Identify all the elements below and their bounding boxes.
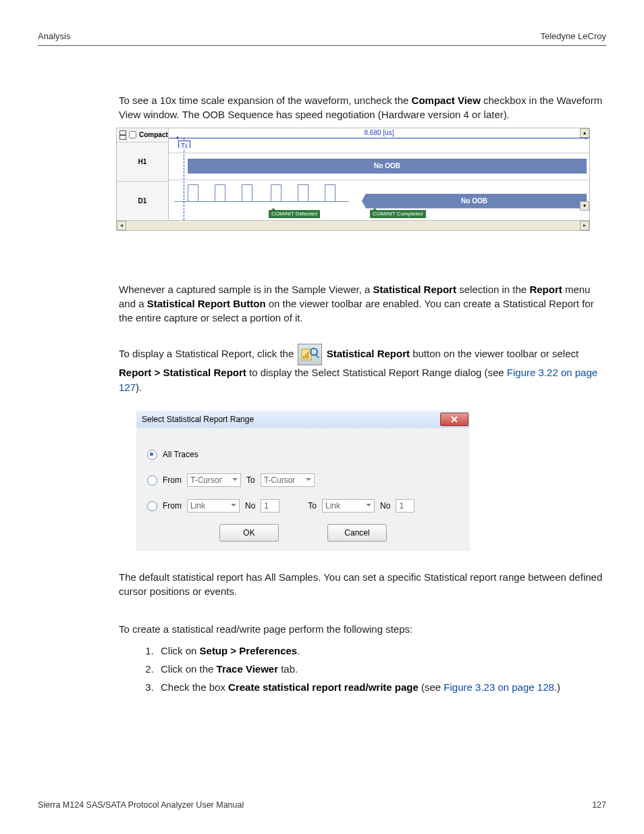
radio-all-traces-label: All Traces [163,450,198,459]
to-link-combo[interactable]: Link [322,499,375,513]
svg-rect-1 [303,356,304,359]
radio-from-cursor[interactable] [147,475,157,486]
event-cominit-completed: COMINIT Completed [370,210,426,218]
no-label-1: No [245,501,255,511]
step-3: Check the box Create statistical report … [157,678,606,696]
chevron-down-icon [232,478,238,484]
select-stat-report-range-dialog: Select Statistical Report Range All Trac… [136,411,470,551]
paragraph-display-stat-report: To display a Statistical Report, click t… [119,344,606,394]
chevron-down-icon [231,504,236,509]
steps-list: Click on Setup > Preferences. Click on t… [119,642,606,696]
scroll-right-icon[interactable]: ▸ [580,221,589,230]
from-no-input[interactable]: 1 [261,499,279,513]
waveform-screenshot: Compact H1 D1 8.680 [us] T₁ No OOB [116,128,590,231]
toggle-icon [119,130,126,140]
time-ruler [169,138,589,138]
lane-label-h1: H1 [117,142,168,182]
scroll-down-icon[interactable]: ▾ [580,201,589,211]
event-cominit-detected: COMINIT Detected [269,210,320,218]
to-label-1: To [246,475,255,485]
from-cursor-combo[interactable]: T-Cursor [187,473,241,487]
figure-link-3-23[interactable]: Figure 3.23 on page 128 [444,681,554,693]
step-1: Click on Setup > Preferences. [157,642,606,660]
chevron-down-icon [306,478,311,484]
scroll-left-icon[interactable]: ◂ [117,221,126,230]
compact-label: Compact [139,131,168,138]
dialog-title: Select Statistical Report Range [142,415,254,424]
radio-from-link[interactable] [147,501,157,511]
radio-all-traces[interactable] [147,450,157,460]
to-cursor-combo[interactable]: T-Cursor [261,473,315,487]
from-label-2: From [163,501,182,511]
horizontal-scrollbar[interactable]: ◂ ▸ [117,220,589,230]
cancel-button[interactable]: Cancel [327,524,387,542]
lane-h1: No OOB [169,153,589,180]
ok-button[interactable]: OK [219,524,279,542]
to-label-2: To [308,501,317,511]
to-no-input[interactable]: 1 [396,499,414,513]
d1-no-oob: No OOB [362,194,587,209]
svg-rect-3 [307,352,308,359]
statistical-report-icon[interactable] [298,344,322,365]
from-link-combo[interactable]: Link [187,499,240,513]
paragraph-steps-intro: To create a statistical read/write page … [119,622,606,636]
svg-line-5 [316,355,319,358]
header-rule [38,45,606,46]
header-left: Analysis [38,31,70,41]
footer-page: 127 [592,800,606,810]
chevron-down-icon [366,504,371,509]
close-icon [450,416,458,423]
header-right: Teledyne LeCroy [540,31,606,41]
lane-d1: No OOB COMINIT Detected COMINIT Complete… [169,180,589,220]
compact-checkbox[interactable] [129,131,136,138]
no-label-2: No [380,501,390,511]
paragraph-default-report: The default statistical report has All S… [119,570,606,599]
paragraph-stat-report-intro: Whenever a captured sample is in the Sam… [119,282,606,325]
svg-rect-2 [305,354,306,359]
paragraph-compact-view: To see a 10x time scale expansion of the… [119,93,606,122]
h1-no-oob: No OOB [188,159,587,174]
time-scale-label: 8.680 [us] [169,129,589,136]
step-2: Click on the Trace Viewer tab. [157,660,606,678]
dialog-close-button[interactable] [440,413,468,426]
from-label-1: From [163,475,182,485]
footer-left: Sierra M124 SAS/SATA Protocol Analyzer U… [38,800,244,810]
scroll-up-icon[interactable]: ▴ [580,128,589,138]
d1-pulses [188,184,352,205]
lane-label-d1: D1 [117,182,168,220]
cursor-tag[interactable]: T₁ [178,140,190,151]
